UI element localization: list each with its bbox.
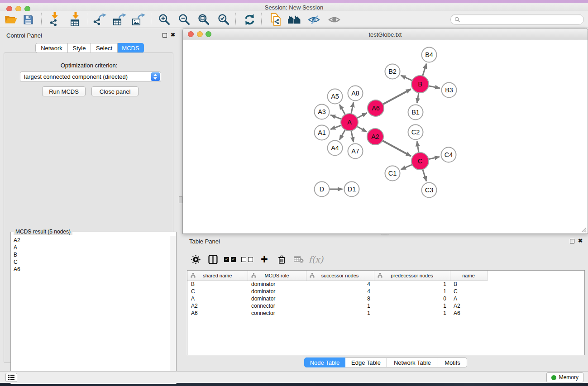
- graph-node-B3[interactable]: B3: [442, 83, 457, 98]
- tab-style[interactable]: Style: [68, 43, 91, 53]
- table-cell[interactable]: A: [187, 295, 248, 302]
- graph-node-A5[interactable]: A5: [328, 89, 343, 104]
- graph-node-D1[interactable]: D1: [344, 182, 359, 197]
- table-cell[interactable]: 1: [374, 302, 450, 310]
- graph-node-B2[interactable]: B2: [385, 64, 400, 79]
- graph-node-A1[interactable]: A1: [315, 125, 330, 140]
- tab-edge-table[interactable]: Edge Table: [345, 357, 387, 367]
- graph-node-C4[interactable]: C4: [441, 148, 456, 162]
- zoom-fit-icon[interactable]: [196, 12, 211, 27]
- graph-node-A4[interactable]: A4: [328, 141, 343, 156]
- table-cell[interactable]: 1: [306, 310, 374, 317]
- hide-details-eye-slash-icon[interactable]: [306, 12, 321, 27]
- show-details-eye-icon[interactable]: [326, 12, 342, 27]
- function-builder-icon[interactable]: f(x): [307, 252, 325, 267]
- duplicate-network-icon[interactable]: [268, 12, 283, 27]
- table-cell[interactable]: connector: [248, 302, 306, 310]
- result-item[interactable]: C: [14, 258, 170, 266]
- table-cell[interactable]: B: [450, 281, 487, 288]
- add-column-icon[interactable]: +: [256, 252, 273, 267]
- float-panel-icon[interactable]: [163, 33, 167, 38]
- table-cell[interactable]: 1: [374, 281, 450, 288]
- tab-select[interactable]: Select: [91, 43, 118, 53]
- graph-node-A8[interactable]: A8: [348, 86, 363, 101]
- export-network-icon[interactable]: [92, 12, 107, 27]
- delete-columns-trash-icon[interactable]: [273, 252, 290, 267]
- table-cell[interactable]: C: [187, 288, 248, 295]
- graph-node-A3[interactable]: A3: [315, 105, 330, 119]
- table-cell[interactable]: C: [450, 288, 487, 295]
- graph-node-A6[interactable]: A6: [368, 100, 384, 116]
- table-cell[interactable]: 1: [374, 310, 450, 317]
- table-cell[interactable]: 4: [306, 288, 374, 295]
- zoom-out-icon[interactable]: [177, 12, 192, 27]
- unselect-all-columns-icon[interactable]: [239, 252, 256, 267]
- result-scrollbar[interactable]: [170, 236, 176, 383]
- save-session-icon[interactable]: [20, 12, 36, 27]
- close-panel-icon[interactable]: ✖: [171, 32, 175, 38]
- zoom-selected-icon[interactable]: [216, 12, 231, 27]
- export-table-icon[interactable]: [112, 12, 127, 27]
- refresh-layout-icon[interactable]: [242, 12, 257, 27]
- graph-node-A[interactable]: A: [341, 114, 358, 131]
- column-header-shared-name[interactable]: shared name: [187, 271, 248, 281]
- column-header-mcds-role[interactable]: MCDS role: [248, 271, 306, 281]
- zoom-in-icon[interactable]: [157, 12, 172, 27]
- column-header-name[interactable]: name: [450, 271, 487, 281]
- table-cell[interactable]: 1: [306, 302, 374, 310]
- tab-mcds[interactable]: MCDS: [118, 43, 144, 53]
- tab-node-table[interactable]: Node Table: [304, 357, 345, 367]
- task-history-button[interactable]: [5, 373, 17, 382]
- import-table-icon[interactable]: [68, 12, 83, 27]
- graph-node-C[interactable]: C: [411, 152, 429, 170]
- open-session-icon[interactable]: [3, 12, 19, 27]
- close-panel-button[interactable]: Close panel: [91, 86, 139, 96]
- result-item[interactable]: B: [14, 251, 170, 258]
- table-row[interactable]: A6connector11A6: [187, 310, 584, 317]
- graph-node-C1[interactable]: C1: [385, 166, 400, 181]
- table-cell[interactable]: B: [187, 281, 248, 288]
- graph-node-B[interactable]: B: [411, 76, 429, 93]
- result-item[interactable]: A2: [14, 237, 170, 244]
- settings-gear-icon[interactable]: [187, 252, 204, 267]
- graph-node-B4[interactable]: B4: [422, 48, 437, 62]
- column-visibility-icon[interactable]: [204, 252, 221, 267]
- table-row[interactable]: Bdominator41B: [187, 281, 584, 288]
- select-all-columns-icon[interactable]: ✓✓: [221, 252, 239, 267]
- import-network-icon[interactable]: [48, 12, 63, 27]
- table-row[interactable]: Adominator80A: [187, 295, 584, 302]
- graph-node-A2[interactable]: A2: [367, 129, 383, 145]
- graph-node-C3[interactable]: C3: [422, 183, 437, 198]
- result-item[interactable]: A6: [14, 266, 170, 273]
- graph-node-D[interactable]: D: [315, 182, 330, 197]
- tab-network-table[interactable]: Network Table: [387, 357, 438, 367]
- table-cell[interactable]: A2: [187, 302, 248, 310]
- table-cell[interactable]: A: [450, 295, 487, 302]
- search-input[interactable]: [463, 16, 583, 23]
- network-canvas[interactable]: B4B2BB3A8A5A6A3B1AC2A1A2A4A7C4CC1DD1C3: [183, 40, 588, 234]
- table-cell[interactable]: A6: [187, 310, 248, 317]
- run-mcds-button[interactable]: Run MCDS: [42, 86, 86, 96]
- tab-network[interactable]: Network: [35, 43, 68, 53]
- vertical-splitter-handle[interactable]: [179, 196, 182, 203]
- table-cell[interactable]: 4: [306, 281, 374, 288]
- column-header-predecessor-nodes[interactable]: predecessor nodes: [374, 271, 450, 281]
- table-cell[interactable]: dominator: [248, 288, 306, 295]
- graph-node-B1[interactable]: B1: [408, 105, 423, 120]
- search-field[interactable]: [450, 14, 584, 25]
- graph-node-C2[interactable]: C2: [408, 125, 423, 140]
- first-neighbors-houses-icon[interactable]: [287, 12, 302, 27]
- table-cell[interactable]: dominator: [248, 295, 306, 302]
- close-panel-icon[interactable]: ✖: [578, 238, 583, 244]
- table-cell[interactable]: A2: [450, 302, 487, 310]
- table-row[interactable]: A2connector11A2: [187, 302, 584, 310]
- float-panel-icon[interactable]: [570, 239, 574, 243]
- window-resize-grip[interactable]: [580, 226, 587, 233]
- export-image-icon[interactable]: [131, 12, 146, 27]
- criterion-select[interactable]: largest connected component (directed): [20, 71, 161, 82]
- delete-table-icon[interactable]: [290, 252, 307, 267]
- table-cell[interactable]: connector: [248, 310, 306, 317]
- table-cell[interactable]: 1: [374, 288, 450, 295]
- table-cell[interactable]: 8: [306, 295, 374, 302]
- graph-node-A7[interactable]: A7: [348, 144, 363, 159]
